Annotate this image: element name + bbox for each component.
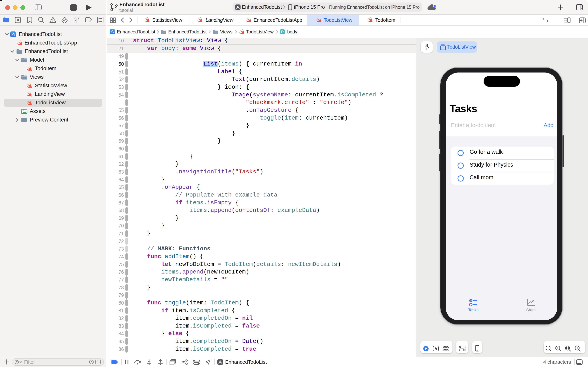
svg-text:1: 1 xyxy=(557,346,558,350)
